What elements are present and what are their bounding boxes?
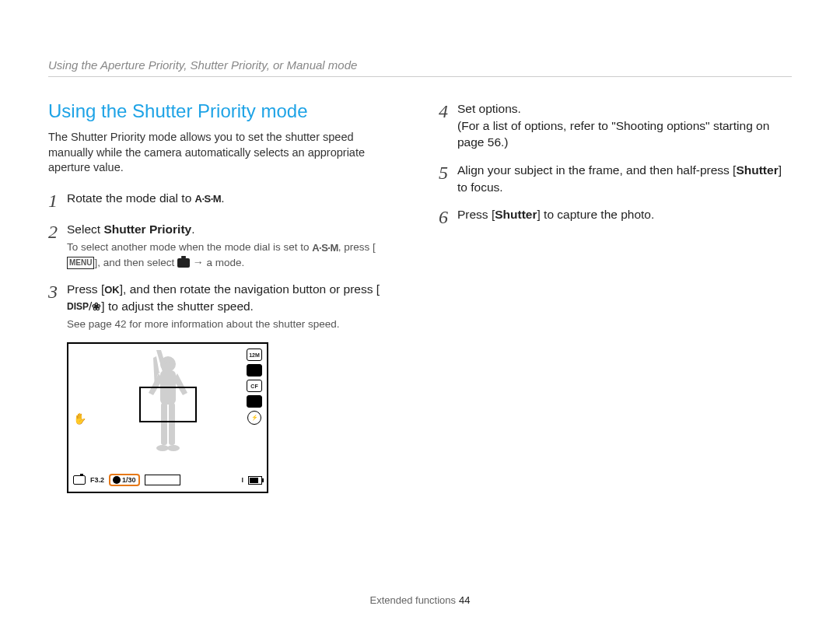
- left-column: Using the Shutter Priority mode The Shut…: [48, 100, 401, 493]
- substep-text: See page 42 for more information about t…: [67, 317, 401, 331]
- mode-glyph-icon: [177, 258, 190, 268]
- step-1: 1 Rotate the mode dial to A·S·M.: [48, 190, 401, 210]
- svg-point-4: [156, 445, 169, 451]
- shutter-speed-value: 1/30: [122, 476, 136, 484]
- step-text: Set options.: [457, 100, 792, 117]
- disp-icon: DISP: [67, 300, 89, 313]
- step-2: 2 Select Shutter Priority. To select ano…: [48, 221, 401, 270]
- step-text: Select: [67, 222, 103, 236]
- step-bold: Shutter: [495, 208, 537, 221]
- breadcrumb: Using the Aperture Priority, Shutter Pri…: [48, 58, 792, 77]
- camera-preview-illustration: ✋ 12M CF ⚡ F3.2 1/30: [67, 342, 268, 493]
- arrow-icon: →: [193, 256, 204, 268]
- resolution-icon: 12M: [247, 349, 262, 361]
- quality-icon: [247, 364, 262, 377]
- step-number: 4: [439, 100, 457, 121]
- flash-icon: ⚡: [247, 411, 261, 425]
- footer-section: Extended functions: [369, 594, 456, 606]
- intro-paragraph: The Shutter Priority mode allows you to …: [48, 130, 401, 176]
- exposure-scale-icon: [145, 475, 180, 485]
- step-text: Press [: [67, 282, 104, 296]
- step-3: 3 Press [OK], and then rotate the naviga…: [48, 281, 401, 332]
- step-6: 6 Press [Shutter] to capture the photo.: [439, 206, 792, 226]
- battery-icon: [248, 476, 262, 485]
- asm-icon: A·S·M: [195, 192, 222, 206]
- step-text: Press [: [457, 208, 495, 221]
- card-icon: CF: [247, 380, 262, 392]
- metering-icon: [247, 395, 262, 408]
- section-heading: Using the Shutter Priority mode: [48, 100, 401, 122]
- step-number: 1: [48, 190, 67, 210]
- step-number: 2: [48, 221, 67, 241]
- camera-mode-icon: [73, 475, 86, 485]
- stabilization-icon: ✋: [73, 412, 86, 425]
- page-number: 44: [459, 594, 470, 606]
- focus-frame-icon: [139, 387, 197, 422]
- macro-flower-icon: ❀: [92, 299, 101, 315]
- step-bold: Shutter: [736, 163, 778, 177]
- step-number: 6: [439, 206, 457, 226]
- step-number: 3: [48, 281, 67, 301]
- ok-icon: OK: [104, 283, 120, 297]
- right-status-icons: 12M CF ⚡: [247, 349, 262, 425]
- shutter-speed-highlight: 1/30: [109, 474, 140, 486]
- asm-icon: A·S·M: [312, 241, 338, 255]
- camera-bottom-bar: F3.2 1/30 I: [73, 473, 262, 487]
- svg-point-5: [167, 445, 180, 451]
- step-text: Align your subject in the frame, and the…: [457, 163, 736, 177]
- menu-icon: MENU: [67, 257, 94, 269]
- step-text: Rotate the mode dial to: [67, 191, 195, 205]
- page-footer: Extended functions44: [0, 594, 840, 606]
- shots-remaining: I: [241, 476, 243, 484]
- substep-text: To select another mode when the mode dia…: [67, 241, 312, 253]
- timer-dot-icon: [113, 476, 121, 484]
- step-4: 4 Set options. (For a list of options, r…: [439, 100, 792, 151]
- right-column: 4 Set options. (For a list of options, r…: [439, 100, 792, 493]
- step-bold: Shutter Priority: [103, 222, 191, 236]
- step-text-paren: (For a list of options, refer to "Shooti…: [457, 117, 792, 151]
- step-5: 5 Align your subject in the frame, and t…: [439, 162, 792, 195]
- aperture-value: F3.2: [90, 476, 104, 484]
- step-number: 5: [439, 162, 457, 182]
